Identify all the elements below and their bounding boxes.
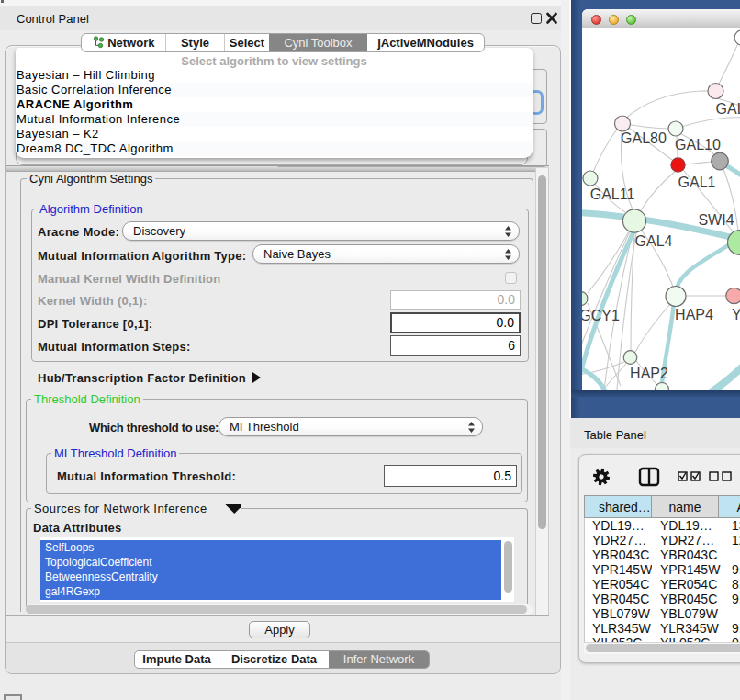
svg-text:HAP4: HAP4	[675, 307, 713, 322]
svg-text:YM: YM	[732, 307, 740, 322]
svg-text:GCY1: GCY1	[582, 308, 620, 323]
svg-text:SWI4: SWI4	[698, 212, 734, 228]
svg-text:HAP2: HAP2	[630, 366, 668, 381]
svg-text:GAL10: GAL10	[675, 137, 721, 152]
svg-text:GAL2: GAL2	[716, 101, 740, 117]
svg-text:GAL4: GAL4	[635, 233, 673, 249]
svg-text:GAL1: GAL1	[678, 175, 716, 190]
svg-text:GAL80: GAL80	[621, 130, 667, 146]
svg-text:GAL11: GAL11	[590, 186, 635, 202]
